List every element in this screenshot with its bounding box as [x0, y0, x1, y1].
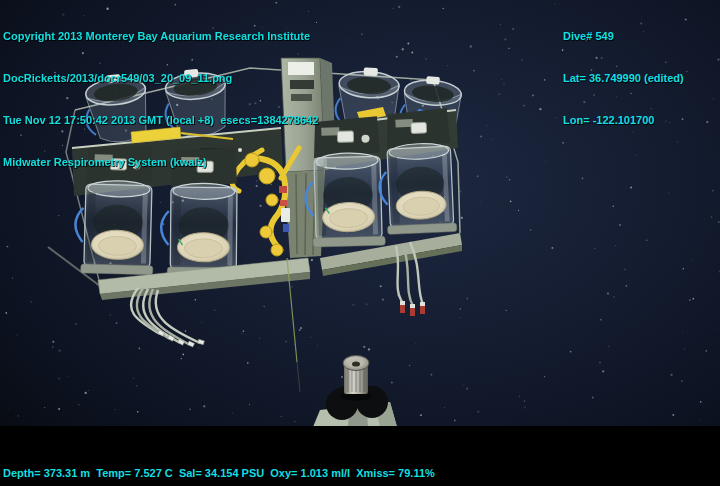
file-path-line: DocRicketts/2013/docr549/03_20_09_11.png	[3, 71, 318, 85]
overlay-top-right: Dive# 549 Lat= 36.749990 (edited) Lon= -…	[563, 1, 684, 155]
dive-number: Dive# 549	[563, 29, 684, 43]
system-name-line: Midwater Respirometry System (kwalz)	[3, 155, 318, 169]
overlay-top-left: Copyright 2013 Monterey Bay Aquarium Res…	[3, 1, 318, 197]
copyright-line: Copyright 2013 Monterey Bay Aquarium Res…	[3, 29, 318, 43]
latitude-value: Lat= 36.749990 (edited)	[563, 71, 684, 85]
video-frame: Copyright 2013 Monterey Bay Aquarium Res…	[0, 0, 720, 486]
timestamp-line: Tue Nov 12 17:50:42 2013 GMT (local +8) …	[3, 113, 318, 127]
longitude-value: Lon= -122.101700	[563, 113, 684, 127]
telemetry-bar: Depth= 373.31 m Temp= 7.527 C Sal= 34.15…	[3, 466, 435, 480]
